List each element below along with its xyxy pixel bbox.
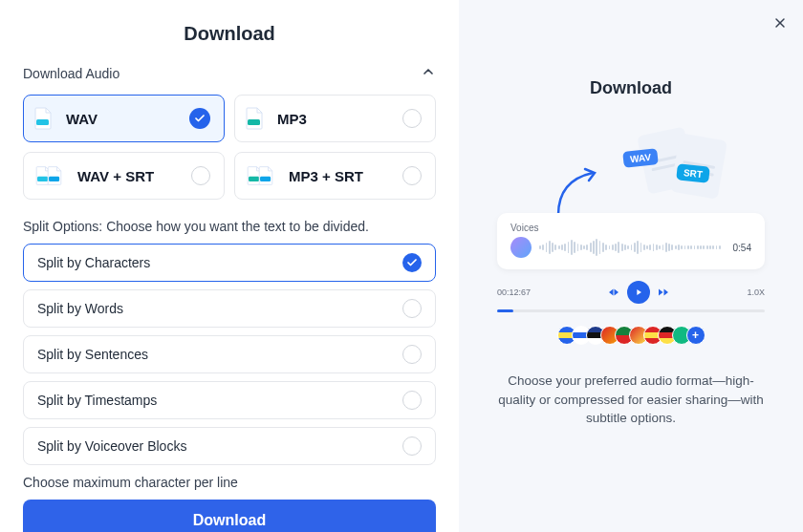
svg-rect-3	[49, 177, 59, 181]
radio-unchecked-icon	[191, 166, 210, 185]
chevron-up-icon	[421, 64, 436, 83]
progress-bar[interactable]	[497, 309, 765, 312]
split-option-label: Split by Words	[37, 301, 123, 316]
language-flags: +	[497, 326, 765, 345]
split-option-words[interactable]: Split by Words	[23, 289, 436, 328]
forward-icon[interactable]	[658, 287, 669, 298]
more-languages-button[interactable]: +	[686, 326, 705, 345]
svg-rect-5	[260, 177, 271, 181]
split-options-description: Split Options: Choose how you want the t…	[23, 219, 436, 234]
radio-checked-icon	[402, 253, 422, 272]
format-label: MP3 + SRT	[289, 168, 363, 184]
download-audio-label: Download Audio	[23, 66, 119, 81]
preview-title: Download	[590, 78, 672, 98]
file-icon	[245, 164, 275, 187]
split-option-label: Split by Voiceover Blocks	[37, 438, 186, 454]
format-option-mp3_srt[interactable]: MP3 + SRT	[234, 152, 436, 200]
rewind-icon[interactable]	[608, 287, 619, 298]
split-option-blocks[interactable]: Split by Voiceover Blocks	[23, 427, 436, 465]
max-chars-hint: Choose maximum character per line	[23, 475, 436, 490]
waveform-icon	[539, 238, 726, 257]
preview-illustration: WAV SRT Voices 0:54 00:12:67	[497, 127, 765, 345]
srt-badge: SRT	[676, 163, 710, 182]
page-title: Download	[23, 23, 436, 45]
player-elapsed-time: 00:12:67	[497, 287, 531, 297]
radio-unchecked-icon	[402, 391, 422, 410]
svg-rect-1	[248, 119, 260, 125]
svg-rect-0	[36, 119, 49, 125]
documents-illustration: WAV SRT	[497, 127, 765, 213]
format-option-mp3[interactable]: MP3	[234, 95, 436, 142]
split-option-label: Split by Timestamps	[37, 393, 157, 408]
file-icon	[33, 164, 64, 187]
radio-unchecked-icon	[402, 166, 422, 185]
close-icon	[772, 15, 788, 31]
radio-checked-icon	[189, 108, 210, 129]
voice-duration: 0:54	[733, 243, 751, 253]
split-option-label: Split by Sentences	[37, 347, 148, 362]
play-button[interactable]	[627, 281, 650, 304]
radio-unchecked-icon	[402, 345, 422, 364]
download-form-panel: Download Download Audio WAVMP3WAV + SRTM…	[0, 0, 459, 532]
player-controls: 00:12:67 1.0X	[497, 281, 765, 304]
split-option-label: Split by Characters	[37, 255, 150, 270]
format-label: WAV	[66, 111, 98, 127]
split-option-chars[interactable]: Split by Characters	[23, 244, 436, 282]
split-option-timestamps[interactable]: Split by Timestamps	[23, 381, 436, 419]
voices-label: Voices	[510, 223, 751, 233]
file-icon	[245, 107, 264, 130]
format-label: WAV + SRT	[77, 168, 154, 184]
format-label: MP3	[277, 111, 307, 127]
radio-unchecked-icon	[402, 436, 422, 456]
preview-description: Choose your preferred audio format—high-…	[489, 372, 772, 428]
radio-unchecked-icon	[402, 299, 422, 318]
split-option-sentences[interactable]: Split by Sentences	[23, 335, 436, 373]
download-audio-section-toggle[interactable]: Download Audio	[23, 64, 436, 83]
radio-unchecked-icon	[402, 109, 422, 128]
voice-avatar	[510, 237, 532, 258]
preview-panel: Download WAV SRT Voices 0:54 00:12:67	[459, 0, 803, 532]
download-button[interactable]: Download	[23, 500, 436, 532]
format-grid: WAVMP3WAV + SRTMP3 + SRT	[23, 95, 436, 200]
file-icon	[33, 107, 53, 130]
player-speed: 1.0X	[747, 287, 765, 297]
play-icon	[634, 287, 643, 297]
close-button[interactable]	[769, 11, 792, 34]
split-options-list: Split by CharactersSplit by WordsSplit b…	[23, 244, 436, 465]
voice-preview-card: Voices 0:54	[497, 213, 765, 269]
format-option-wav[interactable]: WAV	[23, 95, 225, 142]
format-option-wav_srt[interactable]: WAV + SRT	[23, 152, 225, 200]
progress-fill	[497, 309, 513, 312]
